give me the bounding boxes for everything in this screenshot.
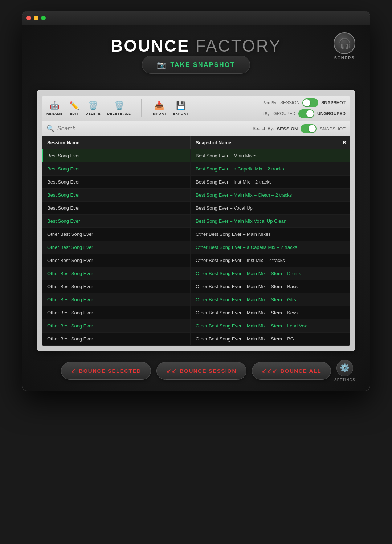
table-row[interactable]: Other Best Song EverOther Best Song Ever… xyxy=(42,228,350,241)
bounce-all-label: BOUNCE ALL xyxy=(280,368,321,374)
list-by-label: List By: xyxy=(257,112,270,116)
delete-label: DELETE xyxy=(86,112,101,116)
app-header: BOUNCE FACTORY 🎧 SCHEPS 📷 TAKE SNAPSHOT xyxy=(22,25,370,90)
bounce-session-label: BOUNCE SESSION xyxy=(180,368,237,374)
main-panel: 🤖 RENAME ✏️ EDIT 🗑️ DELETE 🗑️ DELETE ALL xyxy=(37,90,355,351)
bounce-all-button[interactable]: ↙↙↙ BOUNCE ALL xyxy=(252,362,331,380)
export-button[interactable]: 💾 EXPORT xyxy=(173,101,189,116)
list-toggle[interactable] xyxy=(298,109,314,118)
b-cell xyxy=(339,280,350,293)
title-factory: FACTORY xyxy=(195,36,281,55)
table-row[interactable]: Best Song EverBest Song Ever – Inst Mix … xyxy=(42,176,350,189)
import-button[interactable]: 📥 IMPORT xyxy=(152,101,167,116)
session-cell: Best Song Ever xyxy=(42,215,191,227)
search-icon: 🔍 xyxy=(46,125,54,133)
app-window: BOUNCE FACTORY 🎧 SCHEPS 📷 TAKE SNAPSHOT … xyxy=(22,11,370,391)
toolbar-actions: 🤖 RENAME ✏️ EDIT 🗑️ DELETE 🗑️ DELETE ALL xyxy=(46,99,257,117)
session-cell: Other Best Song Ever xyxy=(42,306,191,319)
bottom-bar: ↙ BOUNCE SELECTED ↙↙ BOUNCE SESSION ↙↙↙ … xyxy=(22,362,370,380)
title-bounce: BOUNCE xyxy=(111,36,189,55)
list-grouped-option[interactable]: GROUPED xyxy=(273,111,295,116)
snapshot-cell: Best Song Ever – Main Mix Vocal Up Clean xyxy=(191,215,339,227)
search-session-option[interactable]: SESSION xyxy=(277,126,298,132)
bounce-selected-button[interactable]: ↙ BOUNCE SELECTED xyxy=(61,362,151,380)
search-input[interactable] xyxy=(57,125,250,132)
table-row[interactable]: Other Best Song EverOther Best Song Ever… xyxy=(42,280,350,293)
table-row[interactable]: Other Best Song EverOther Best Song Ever… xyxy=(42,254,350,267)
take-snapshot-button[interactable]: 📷 TAKE SNAPSHOT xyxy=(142,56,250,74)
snapshot-label: TAKE SNAPSHOT xyxy=(170,61,235,69)
search-by-label: Search By: xyxy=(253,126,274,131)
settings-label: SETTINGS xyxy=(334,378,355,382)
session-cell: Other Best Song Ever xyxy=(42,267,191,280)
b-cell xyxy=(339,215,350,227)
sort-by-label: Sort By: xyxy=(263,101,277,105)
close-button[interactable] xyxy=(26,16,31,20)
table-row[interactable]: Best Song EverBest Song Ever – Main Mix … xyxy=(42,189,350,202)
table-row[interactable]: Other Best Song EverOther Best Song Ever… xyxy=(42,333,350,346)
edit-button[interactable]: ✏️ EDIT xyxy=(69,101,79,116)
sort-toggle[interactable] xyxy=(302,98,318,107)
table-row[interactable]: Best Song EverBest Song Ever – Main Mix … xyxy=(42,215,350,228)
b-cell xyxy=(339,333,350,345)
snapshot-cell: Best Song Ever – Main Mixes xyxy=(191,149,339,162)
title-bar xyxy=(22,11,370,25)
table-row[interactable]: Other Best Song EverOther Best Song Ever… xyxy=(42,241,350,254)
sort-session-option[interactable]: SESSION xyxy=(280,100,299,105)
toolbar-sort: Sort By: SESSION SNAPSHOT List By: GROUP… xyxy=(257,98,346,118)
snapshot-cell: Other Best Song Ever – Main Mix – Stem –… xyxy=(191,267,339,280)
settings-button[interactable]: ⚙️ SETTINGS xyxy=(334,360,355,382)
sort-snapshot-option[interactable]: SNAPSHOT xyxy=(321,100,346,105)
b-cell xyxy=(339,254,350,267)
delete-button[interactable]: 🗑️ DELETE xyxy=(86,101,101,116)
table-row[interactable]: Best Song EverBest Song Ever – a Capella… xyxy=(42,162,350,176)
session-cell: Other Best Song Ever xyxy=(42,241,191,254)
bounce-selected-label: BOUNCE SELECTED xyxy=(79,368,141,374)
maximize-button[interactable] xyxy=(41,16,46,20)
table-row[interactable]: Other Best Song EverOther Best Song Ever… xyxy=(42,319,350,333)
rename-icon: 🤖 xyxy=(50,101,60,110)
session-cell: Other Best Song Ever xyxy=(42,228,191,241)
bounce-session-button[interactable]: ↙↙ BOUNCE SESSION xyxy=(156,362,246,380)
list-toggle-knob xyxy=(306,110,314,117)
snapshot-cell: Other Best Song Ever – Main Mix – Stem –… xyxy=(191,319,339,332)
b-cell xyxy=(339,267,350,280)
session-cell: Other Best Song Ever xyxy=(42,293,191,306)
rename-button[interactable]: 🤖 RENAME xyxy=(46,101,63,116)
snapshot-cell: Other Best Song Ever – Main Mix – Stem –… xyxy=(191,306,339,319)
table-row[interactable]: Other Best Song EverOther Best Song Ever… xyxy=(42,306,350,319)
table-row[interactable]: Best Song EverBest Song Ever – Vocal Up xyxy=(42,202,350,215)
snapshot-cell: Other Best Song Ever – Inst Mix – 2 trac… xyxy=(191,254,339,267)
snapshot-cell: Other Best Song Ever – Main Mix – Stem –… xyxy=(191,293,339,306)
delete-all-label: DELETE ALL xyxy=(107,112,131,116)
session-cell: Other Best Song Ever xyxy=(42,319,191,332)
traffic-lights xyxy=(26,16,46,20)
bounce-all-icon: ↙↙↙ xyxy=(262,367,278,374)
table-row[interactable]: Other Best Song EverOther Best Song Ever… xyxy=(42,267,350,280)
search-toggle[interactable] xyxy=(301,124,317,133)
data-table: Session Name Snapshot Name B Best Song E… xyxy=(42,136,350,346)
b-cell xyxy=(339,293,350,306)
table-row[interactable]: Best Song EverBest Song Ever – Main Mixe… xyxy=(42,149,350,162)
b-cell xyxy=(339,162,350,175)
snapshot-cell: Best Song Ever – Main Mix – Clean – 2 tr… xyxy=(191,189,339,201)
session-cell: Best Song Ever xyxy=(42,149,191,162)
minimize-button[interactable] xyxy=(34,16,38,20)
search-snapshot-option[interactable]: SNAPSHOT xyxy=(319,126,346,132)
search-by: Search By: SESSION SNAPSHOT xyxy=(253,124,346,133)
toolbar-divider xyxy=(141,99,142,117)
table-row[interactable]: Other Best Song EverOther Best Song Ever… xyxy=(42,293,350,306)
b-cell xyxy=(339,202,350,214)
export-label: EXPORT xyxy=(173,112,189,116)
delete-all-button[interactable]: 🗑️ DELETE ALL xyxy=(107,101,131,116)
list-ungrouped-option[interactable]: UNGROUPED xyxy=(317,111,346,116)
app-title: BOUNCE FACTORY xyxy=(29,36,363,56)
bounce-session-icon: ↙↙ xyxy=(166,367,177,374)
session-cell: Best Song Ever xyxy=(42,189,191,201)
rename-label: RENAME xyxy=(46,112,63,116)
delete-all-icon: 🗑️ xyxy=(114,101,124,110)
list-by-row: List By: GROUPED UNGROUPED xyxy=(257,109,346,118)
session-cell: Other Best Song Ever xyxy=(42,333,191,345)
session-cell: Best Song Ever xyxy=(42,176,191,188)
search-bar: 🔍 Search By: SESSION SNAPSHOT xyxy=(42,121,350,136)
